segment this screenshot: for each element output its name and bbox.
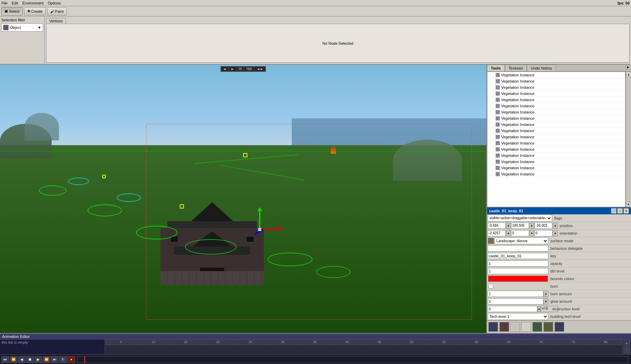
tree-list[interactable]: Vegetation Instance Vegetation Instance … (487, 72, 625, 207)
prop-link-btn[interactable]: 🔗 (611, 208, 617, 214)
bounds-colour-swatch[interactable] (488, 276, 548, 282)
behaviour-delegate-input[interactable] (488, 245, 548, 251)
tree-item[interactable]: Vegetation Instance (487, 109, 625, 115)
anim-rewind-btn[interactable]: ⏮ (1, 356, 9, 363)
viewport-3d[interactable]: ◄ ► W NW ◄► (0, 65, 486, 333)
timeline-zoom-out[interactable]: - (623, 347, 630, 354)
tree-item[interactable]: Vegetation Instance (487, 97, 625, 103)
timeline-number: 35 (299, 340, 331, 345)
selection-filter-dropdown[interactable]: Object ▼ (1, 23, 43, 32)
building-tech-level-select[interactable]: Tech level 1 (488, 313, 548, 320)
prop-lock-btn[interactable]: × (623, 208, 629, 214)
anim-end-btn[interactable]: ⏭ (51, 356, 59, 363)
tree-item[interactable]: Vegetation Instance (487, 152, 625, 159)
opacity-input[interactable] (488, 260, 548, 267)
orient-y-input[interactable] (511, 230, 529, 236)
vp-btn-nw[interactable]: NW (244, 66, 255, 72)
menu-options[interactable]: Options (48, 1, 61, 5)
dirt-level-input[interactable] (488, 268, 548, 274)
burn-checkbox[interactable] (488, 284, 493, 289)
tree-item[interactable]: Vegetation Instance (487, 159, 625, 165)
tree-scrollbar[interactable]: ▲ ▼ (625, 72, 631, 207)
tree-item[interactable]: Vegetation Instance (487, 84, 625, 90)
tree-item[interactable]: Vegetation Instance (487, 72, 625, 78)
flags-select[interactable]: visible+active+draggable+selectable- (488, 215, 552, 222)
prop-icon-5[interactable] (532, 322, 542, 332)
prop-icon-1[interactable] (488, 322, 498, 332)
menu-environment[interactable]: Environment (22, 1, 44, 5)
building-tech-level-value: Tech level 1 (487, 313, 549, 320)
destruction-level-spin[interactable]: ▲ (537, 306, 541, 312)
menu-file[interactable]: File (1, 1, 8, 5)
anim-prev-btn[interactable]: ⏪ (10, 356, 17, 363)
tree-item-label: Vegetation Instance (501, 116, 535, 120)
tree-item[interactable]: Vegetation Instance (487, 121, 625, 128)
anim-loop-btn[interactable]: ↻ (59, 356, 67, 363)
tree-item[interactable]: Vegetation Instance (487, 171, 625, 177)
orient-y-spin[interactable]: ▲ (529, 230, 534, 236)
prop-icon-6[interactable] (544, 322, 553, 332)
fps-display: fps: 50 (618, 1, 630, 5)
tree-item[interactable]: Vegetation Instance (487, 78, 625, 84)
tab-scroll-up[interactable]: ▲ (625, 65, 631, 71)
vp-btn-right[interactable]: ► (229, 66, 237, 72)
anim-play-rev-btn[interactable]: ◀ (18, 356, 25, 363)
paint-button[interactable]: 🖌 Paint (47, 7, 67, 15)
anim-next-btn[interactable]: ⏩ (43, 356, 50, 363)
prop-icon-4[interactable] (521, 322, 531, 332)
prop-icon-2[interactable] (499, 322, 509, 332)
glow-amount-input[interactable] (488, 298, 544, 304)
anim-rec-btn[interactable]: ● (68, 356, 75, 363)
surface-mode-select[interactable]: Landscape: Above (495, 237, 548, 244)
burn-amount-input[interactable] (488, 291, 544, 297)
vertices-tab[interactable]: Vertices (46, 18, 66, 24)
pos-z-input[interactable] (535, 223, 552, 229)
tree-item[interactable]: Vegetation Instance (487, 128, 625, 134)
select-button[interactable]: ▣ Select (1, 7, 23, 15)
vp-btn-w[interactable]: W (237, 66, 244, 72)
tree-item[interactable]: Vegetation Instance (487, 115, 625, 121)
timeline-zoom-in[interactable]: + (623, 340, 630, 347)
dropdown-arrow-icon: ▼ (38, 25, 41, 30)
tree-item[interactable]: Vegetation Instance (487, 140, 625, 146)
glow-amount-label: glow amount (549, 299, 631, 303)
tab-textures[interactable]: Textures (505, 65, 527, 71)
tree-item-label: Vegetation Instance (501, 147, 535, 151)
timeline-scroll-container[interactable] (77, 356, 628, 363)
menu-edit[interactable]: Edit (12, 1, 18, 5)
pos-x-input[interactable] (488, 223, 506, 229)
tree-item[interactable]: Vegetation Instance (487, 90, 625, 97)
scroll-down-btn[interactable]: ▼ (626, 202, 631, 207)
orient-x-spin[interactable]: ▲ (506, 230, 511, 236)
anim-stop-btn[interactable]: ⏹ (26, 356, 34, 363)
pos-x-spin[interactable]: ▲ (506, 223, 511, 229)
prop-node-name: castle_01_keep_01 (489, 209, 523, 213)
glow-amount-spin[interactable]: ▲ (544, 298, 548, 304)
pos-z-spin[interactable]: ▲ (553, 223, 558, 229)
tab-tools[interactable]: Tools (487, 65, 505, 71)
tab-undo-history[interactable]: Undo history (527, 65, 556, 71)
vp-btn-left[interactable]: ◄ (221, 66, 229, 72)
pos-y-spin[interactable]: ▲ (529, 223, 534, 229)
burn-amount-spin[interactable]: ▲ (544, 291, 548, 297)
prop-icon-7[interactable] (555, 322, 564, 332)
flags-row: visible+active+draggable+selectable- fla… (487, 214, 631, 222)
orient-z-spin[interactable]: ▲ (553, 230, 558, 236)
tree-item[interactable]: Vegetation Instance (487, 134, 625, 140)
select-icon: ▣ (4, 9, 8, 13)
object-icon (3, 25, 9, 30)
tree-item[interactable]: Vegetation Instance (487, 165, 625, 171)
create-button[interactable]: ✚ Create (24, 7, 46, 15)
orient-x-input[interactable] (488, 230, 506, 236)
pos-y-input[interactable] (511, 223, 529, 229)
prop-icon-3[interactable] (510, 322, 520, 332)
tree-item[interactable]: Vegetation Instance (487, 103, 625, 109)
scroll-up-btn[interactable]: ▲ (626, 72, 631, 77)
anim-play-btn[interactable]: ▶ (34, 356, 42, 363)
tree-item[interactable]: Vegetation Instance (487, 146, 625, 152)
prop-eye-btn[interactable]: ○ (617, 208, 623, 214)
vp-btn-expand[interactable]: ◄► (255, 66, 266, 72)
destruction-level-input[interactable] (488, 306, 537, 312)
key-input[interactable] (488, 253, 548, 259)
orient-z-input[interactable] (535, 230, 552, 236)
